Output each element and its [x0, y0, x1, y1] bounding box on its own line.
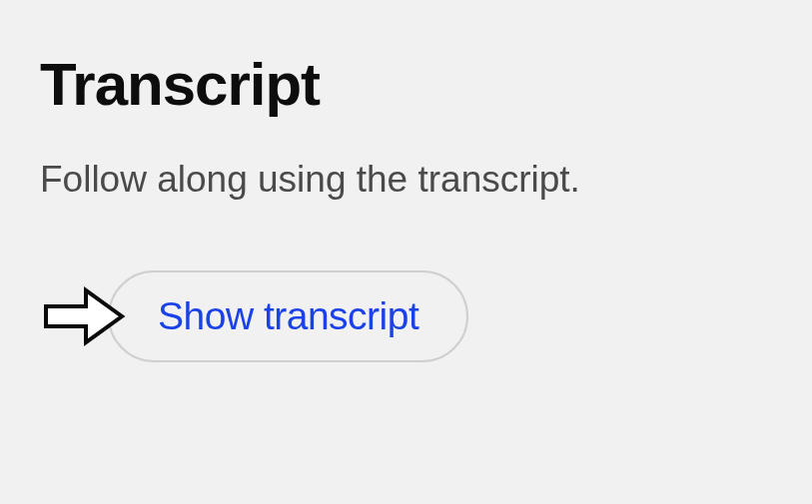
transcript-heading: Transcript	[40, 50, 812, 119]
pointer-arrow-icon	[40, 284, 126, 348]
show-transcript-button[interactable]: Show transcript	[108, 270, 468, 362]
transcript-button-row: Show transcript	[40, 270, 812, 362]
show-transcript-label: Show transcript	[158, 294, 418, 338]
transcript-description: Follow along using the transcript.	[40, 159, 812, 201]
